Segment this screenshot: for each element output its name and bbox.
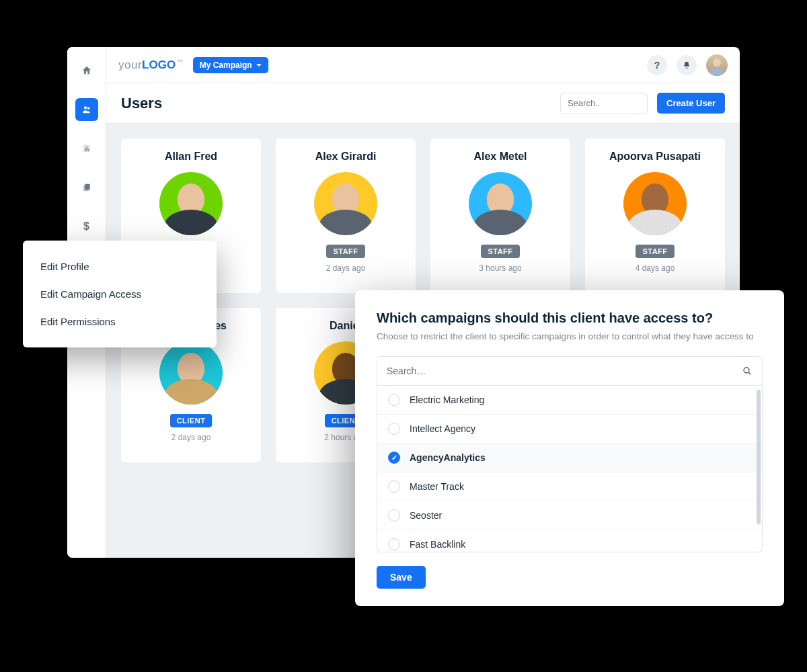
radio-icon	[388, 538, 400, 550]
bell-icon	[682, 60, 691, 70]
user-name: Apoorva Pusapati	[609, 151, 701, 163]
sidebar-item-users[interactable]	[75, 98, 98, 121]
last-active: 2 days ago	[326, 263, 366, 273]
dollar-icon: $	[83, 220, 89, 233]
home-icon	[81, 65, 92, 76]
sidebar-item-home[interactable]	[75, 59, 98, 82]
campaign-option-list: Electric MarketingIntellect Agency✓Agenc…	[377, 386, 763, 552]
user-avatar[interactable]	[706, 54, 728, 76]
dialog-subtitle: Choose to restrict the client to specifi…	[377, 331, 763, 341]
campaign-option[interactable]: ✓AgencyAnalytics	[377, 444, 762, 472]
last-active: 4 days ago	[636, 263, 675, 273]
svg-rect-6	[83, 185, 88, 192]
user-avatar	[469, 172, 532, 235]
radio-icon	[388, 423, 400, 435]
chart-icon	[81, 143, 92, 154]
radio-icon	[388, 480, 400, 493]
search-icon	[742, 366, 753, 376]
dialog-search	[377, 356, 763, 386]
user-avatar	[159, 172, 223, 235]
users-icon	[81, 104, 92, 115]
page-title: Users	[121, 95, 162, 112]
svg-point-0	[83, 106, 86, 109]
svg-rect-4	[88, 149, 89, 151]
role-badge: STAFF	[636, 245, 674, 258]
campaign-access-dialog: Which campaigns should this client have …	[355, 290, 784, 606]
check-icon: ✓	[388, 452, 400, 464]
save-button[interactable]: Save	[377, 566, 426, 589]
topbar: yourLOGO™ My Campaign ?	[106, 47, 740, 83]
campaign-option-label: Master Track	[410, 481, 464, 492]
context-menu-item[interactable]: Edit Profile	[23, 253, 217, 280]
user-name: Alex Metel	[473, 151, 527, 163]
user-avatar	[314, 172, 377, 235]
user-card[interactable]: Apoorva PusapatiSTAFF4 days ago	[585, 138, 725, 293]
page-header: Users Create User	[106, 83, 740, 124]
search-input[interactable]	[560, 93, 648, 114]
campaign-option-label: Seoster	[410, 510, 442, 521]
sidebar-item-billing[interactable]: $	[75, 215, 98, 238]
scrollbar[interactable]	[757, 390, 761, 524]
campaign-option-label: Intellect Agency	[410, 423, 475, 434]
user-avatar	[623, 172, 687, 235]
campaign-option[interactable]: Seoster	[377, 501, 762, 530]
create-user-button[interactable]: Create User	[657, 93, 725, 114]
help-button[interactable]: ?	[647, 55, 667, 75]
campaign-option[interactable]: Master Track	[377, 472, 762, 501]
user-avatar	[159, 341, 223, 405]
radio-icon	[388, 509, 400, 521]
campaign-option-label: AgencyAnalytics	[410, 452, 486, 463]
context-menu-item[interactable]: Edit Permissions	[23, 308, 217, 335]
dialog-search-input[interactable]	[387, 366, 742, 376]
dialog-title: Which campaigns should this client have …	[377, 310, 763, 326]
radio-icon	[388, 394, 400, 406]
user-name: Allan Fred	[165, 151, 217, 163]
campaign-option-label: Electric Marketing	[410, 394, 484, 405]
context-menu-item[interactable]: Edit Campaign Access	[23, 280, 217, 308]
svg-point-1	[87, 107, 89, 109]
campaign-option[interactable]: Fast Backlink	[377, 530, 762, 552]
role-badge: STAFF	[481, 245, 519, 258]
user-name: Alex Girardi	[315, 151, 377, 163]
campaign-option[interactable]: Intellect Agency	[377, 415, 762, 444]
svg-rect-3	[86, 147, 87, 151]
campaign-selector[interactable]: My Campaign	[193, 57, 268, 73]
user-card[interactable]: Alex MetelSTAFF3 hours ago	[430, 138, 570, 293]
last-active: 2 days ago	[171, 433, 211, 442]
role-badge: CLIENT	[170, 414, 213, 427]
last-active: 3 hours ago	[479, 263, 521, 273]
logo: yourLOGO™	[118, 58, 184, 72]
notifications-button[interactable]	[677, 55, 697, 75]
user-card[interactable]: Alex GirardiSTAFF2 days ago	[276, 138, 416, 293]
svg-rect-2	[85, 149, 85, 151]
campaign-option[interactable]: Electric Marketing	[377, 386, 762, 415]
sidebar-item-files[interactable]	[75, 176, 98, 199]
campaign-option-label: Fast Backlink	[410, 539, 465, 550]
sidebar-item-reports[interactable]	[75, 137, 98, 160]
question-icon: ?	[654, 60, 660, 71]
role-badge: STAFF	[326, 245, 364, 258]
svg-point-7	[744, 368, 749, 373]
context-menu: Edit ProfileEdit Campaign AccessEdit Per…	[23, 241, 217, 347]
copy-icon	[81, 182, 92, 193]
